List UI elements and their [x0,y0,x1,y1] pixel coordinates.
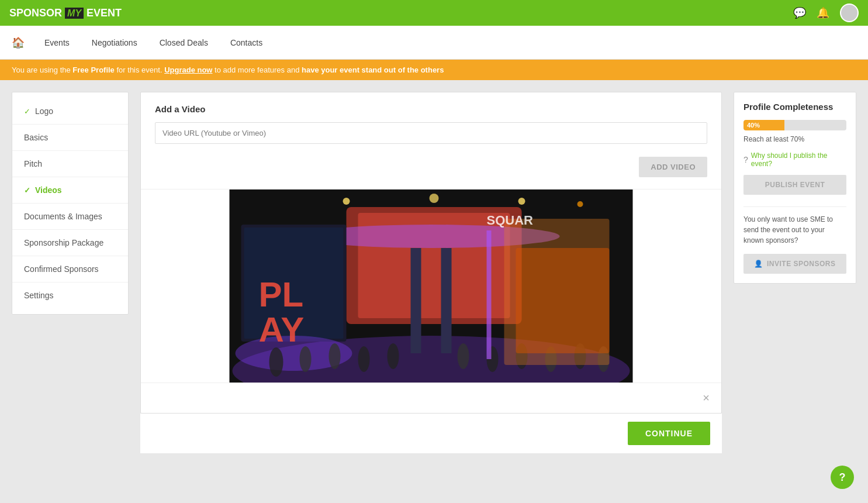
svg-rect-9 [441,248,452,353]
top-bar-actions: 💬 🔔 [793,4,859,22]
banner-mid: for this event. [116,66,164,74]
sidebar-item-pitch[interactable]: Pitch [12,151,128,177]
publish-event-button[interactable]: PUBLISH EVENT [743,175,846,195]
sidebar-sponsorship-label: Sponsorship Package [24,238,103,247]
logo-sponsor: SPONSOR [9,7,62,19]
sidebar-item-settings[interactable]: Settings [12,282,128,308]
sidebar-item-basics[interactable]: Basics [12,125,128,151]
chat-icon-button[interactable]: 💬 [793,6,806,19]
svg-point-12 [329,343,341,369]
banner-plan: Free Profile [72,66,115,74]
progress-bar-fill: 40% [743,120,784,130]
notification-icon-button[interactable]: 🔔 [817,6,829,19]
body-layout: ✓ Logo Basics Pitch ✓ Videos Documents &… [0,80,868,465]
add-video-row: ADD VIDEO [155,153,707,177]
image-section: PL AY SQUAR × [141,190,721,413]
why-publish-link[interactable]: Why should I publish the event? [751,151,846,168]
nav-negotiations[interactable]: Negotiations [89,35,140,51]
sidebar-settings-label: Settings [24,291,54,300]
progress-bar-bg: 40% [743,120,846,130]
invite-icon: 👤 [754,260,763,268]
svg-point-24 [430,194,439,203]
sidebar-item-videos[interactable]: ✓ Videos [12,177,128,204]
sidebar-logo-label: Logo [35,106,53,116]
sidebar-item-documents[interactable]: Documents & Images [12,204,128,230]
svg-rect-29 [487,230,492,359]
banner-prefix: You are using the [12,66,72,74]
svg-point-26 [577,201,583,207]
logo-my: MY [65,8,84,19]
upgrade-banner: You are using the Free Profile for this … [0,60,868,80]
nav-contacts[interactable]: Contacts [228,35,265,51]
continue-row: CONTINUE [140,414,722,453]
add-video-section: Add a Video ADD VIDEO [141,92,721,190]
nav-events[interactable]: Events [42,35,72,51]
main-nav: 🏠 Events Negotiations Closed Deals Conta… [0,26,868,60]
event-image: PL AY SQUAR [141,190,721,383]
logo-event: EVENT [87,7,122,19]
help-question-icon: ? [743,155,748,164]
help-link-row: ? Why should I publish the event? [743,151,846,168]
check-videos-icon: ✓ [24,186,30,195]
svg-rect-8 [411,248,421,353]
logo: SPONSOR MY EVENT [9,7,122,19]
help-bubble[interactable]: ? [831,466,854,489]
banner-bold-suffix: have your event stand out of the others [302,66,444,74]
sidebar-item-confirmed-sponsors[interactable]: Confirmed Sponsors [12,256,128,282]
svg-point-15 [458,343,469,369]
invite-btn-label: INVITE SPONSORS [767,260,836,268]
check-logo-icon: ✓ [24,107,30,116]
top-bar: SPONSOR MY EVENT 💬 🔔 [0,0,868,26]
svg-text:PL: PL [259,275,304,314]
sidebar-videos-label: Videos [35,185,62,195]
profile-completeness-box: Profile Completeness 40% Reach at least … [734,92,856,284]
image-footer: × [141,383,721,413]
add-video-button[interactable]: ADD VIDEO [639,157,707,177]
right-sidebar: Profile Completeness 40% Reach at least … [734,92,856,284]
sidebar-item-sponsorship-package[interactable]: Sponsorship Package [12,230,128,256]
svg-point-11 [300,346,312,372]
nav-closed-deals[interactable]: Closed Deals [157,35,210,51]
sidebar-documents-label: Documents & Images [24,212,102,221]
profile-completeness-title: Profile Completeness [743,102,846,112]
close-image-button[interactable]: × [703,391,710,405]
avatar[interactable] [840,4,859,22]
svg-point-25 [518,198,525,205]
svg-point-13 [358,346,370,372]
sidebar-confirmed-label: Confirmed Sponsors [24,264,99,274]
banner-suffix: to add more features and [215,66,302,74]
sidebar-basics-label: Basics [24,133,48,142]
progress-label: 40% [747,122,760,129]
invite-sponsors-button[interactable]: 👤 INVITE SPONSORS [743,254,846,274]
main-content: Add a Video ADD VIDEO [140,92,722,414]
sidebar-item-logo[interactable]: ✓ Logo [12,98,128,125]
sidebar-pitch-label: Pitch [24,159,42,168]
sidebar: ✓ Logo Basics Pitch ✓ Videos Documents &… [12,92,129,315]
home-icon[interactable]: 🏠 [12,36,25,49]
continue-button[interactable]: CONTINUE [628,422,710,445]
sme-text: You only want to use SME to send the eve… [743,214,846,246]
video-url-input[interactable] [155,122,707,144]
svg-text:SQUAR: SQUAR [487,213,534,228]
reach-text: Reach at least 70% [743,135,846,143]
svg-rect-28 [516,248,610,353]
svg-point-14 [388,343,399,369]
upgrade-link[interactable]: Upgrade now [164,66,212,74]
add-video-title: Add a Video [155,104,707,114]
svg-point-10 [269,347,283,377]
svg-point-23 [343,198,350,205]
divider [743,206,846,207]
svg-text:AY: AY [259,310,305,349]
